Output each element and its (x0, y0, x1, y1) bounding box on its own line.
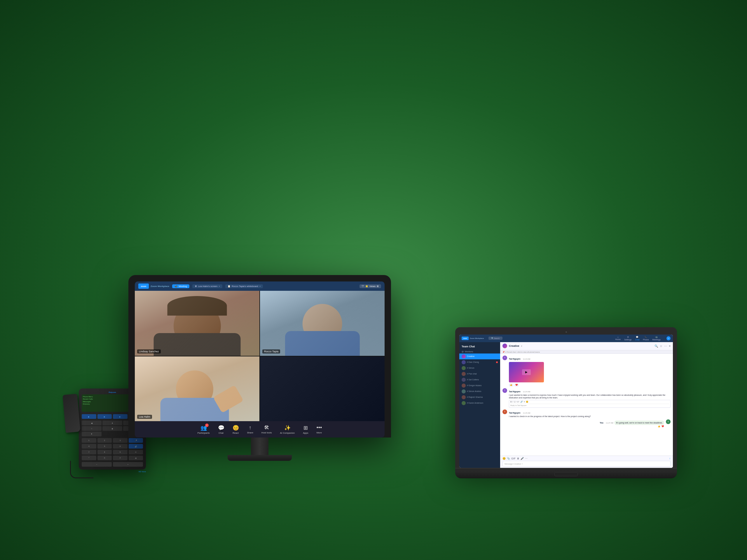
laptop-trackpad[interactable] (555, 472, 578, 476)
zw-input-attach[interactable]: 📎 (507, 457, 510, 460)
zw-nav-phone[interactable]: 📞 Phone (643, 336, 649, 341)
zw-input-box[interactable]: Message Creative + (503, 461, 671, 466)
zw-channel-creative[interactable]: Creative (459, 353, 500, 359)
zw-send-btn[interactable]: ↑ (669, 457, 671, 460)
zw-reply-placeholder: Reply to Tad Nguyen (510, 404, 669, 407)
zw-nav-home[interactable]: ⌂ Home (615, 336, 621, 341)
phone-key-5[interactable]: 5 (98, 444, 112, 449)
zw-input-more[interactable]: ⋯ (525, 457, 527, 460)
zw-chat-main: Creative # 🔍 ☆ ⋯ × 📌 1 Pinned chat • (500, 342, 673, 468)
zoom-logo-area: zoom Zoom Workplace (138, 284, 169, 289)
zw-nav-settings[interactable]: ⚙ Settings (624, 336, 632, 341)
phone-btn-2[interactable]: ▶ (98, 414, 112, 419)
zoom-meeting-tab-label: Meeting (179, 285, 187, 288)
zw-msg-text-3: It's going well, we're on track to meet … (615, 421, 664, 425)
zw-reply-italic[interactable]: I (513, 401, 513, 403)
zw-msg-sender-2: Tad Nguyen (509, 412, 520, 414)
zw-reaction-2[interactable]: ❤️ (514, 383, 519, 386)
phone-key-6[interactable]: 6 (113, 444, 128, 449)
phone-btn-3[interactable]: ▶ (113, 414, 128, 419)
phone-nav-up[interactable]: ▲ (102, 421, 122, 425)
phone-key-9[interactable]: 9 (113, 450, 128, 454)
phone-nav-ok[interactable]: ● (102, 426, 122, 431)
phone-vol-up[interactable]: + (113, 462, 143, 466)
zw-channel-karen[interactable]: # Karen Anderson (459, 400, 500, 406)
phone-nav-left[interactable]: ◀ (82, 421, 102, 425)
phone-key-2[interactable]: 2 (98, 438, 112, 443)
zw-reply-underline[interactable]: U (514, 401, 516, 403)
zw-reply-link[interactable]: 🔗 (520, 401, 523, 403)
zw-reply-area: B I U </> 🔗 ≡ 😊 Reply to (509, 400, 671, 408)
phone-key-7[interactable]: 7 (82, 450, 96, 454)
toolbar-react-btn[interactable]: 😊 React (233, 425, 239, 434)
zw-msg-time-2: 11:25 AM (523, 412, 530, 414)
zw-channel-gregor[interactable]: # Gregor Asians (459, 383, 500, 389)
phone-key-4[interactable]: 4 (82, 444, 96, 449)
phone-nav-down[interactable]: ▼ (82, 432, 102, 436)
phone-btn-1[interactable]: ▶ (82, 414, 96, 419)
toolbar-ai-companion-btn[interactable]: ✨ AI Companion (280, 425, 295, 434)
zw-simon-andres-avatar (462, 390, 466, 394)
zw-reply-bold[interactable]: B (510, 401, 512, 403)
zw-star-action[interactable]: ☆ (660, 344, 662, 348)
zw-reply-list[interactable]: ≡ (524, 401, 525, 403)
zw-ellipsis-action[interactable]: ⋯ (664, 344, 667, 348)
zw-input-emoji[interactable]: 😊 (503, 457, 506, 460)
toolbar-apps-btn[interactable]: ⊞ Apps (303, 425, 308, 434)
phone-key-1[interactable]: 1 (82, 438, 96, 443)
zoom-views-btn[interactable]: 🛡 ⭐ Views ⊞ (360, 284, 381, 288)
phone-key-hash[interactable]: # (113, 456, 128, 460)
zw-channel-sal[interactable]: # Sal Collens (459, 377, 500, 383)
toolbar-chat-btn[interactable]: 💬 Chat (218, 425, 224, 434)
zw-channel-mentions[interactable]: @ Mentions (459, 350, 500, 353)
zw-rajesh-label: # Rajesh Sharma (467, 396, 483, 398)
toolbar-share-btn[interactable]: ↑ Share (247, 425, 253, 434)
zw-input-screen[interactable]: 🖥 (517, 457, 519, 460)
zoom-whiteboard-icon: 📋 (228, 285, 231, 288)
zoom-screen-tab-close[interactable]: × (218, 285, 220, 288)
zw-reaction-heart[interactable]: ❤️ (662, 425, 664, 428)
toolbar-participants-btn[interactable]: 👥 Participants (198, 425, 210, 434)
zw-channel-simon[interactable]: # Simon (459, 365, 500, 371)
zw-channel-pan[interactable]: # Pan chat (459, 371, 500, 377)
zw-channel-rajesh[interactable]: # Rajesh Sharma (459, 394, 500, 400)
zw-input-gif[interactable]: GIF (511, 457, 516, 460)
toolbar-more-btn[interactable]: ••• More (316, 425, 322, 434)
zw-reply-code[interactable]: </> (516, 401, 519, 403)
zw-nav-chat[interactable]: 💬 Chat (635, 336, 640, 341)
zw-chat-header-avatar (503, 344, 507, 348)
zw-search-action[interactable]: 🔍 (654, 344, 658, 348)
zw-msg-content-2: Tad Nguyen 11:25 AM I wanted to check in… (509, 409, 671, 418)
zw-nav-meetings[interactable]: 📹 Meetings (652, 336, 661, 341)
participants-icon: 👥 (201, 425, 207, 431)
zw-search[interactable]: 🔍 Search (488, 337, 503, 340)
zw-close-action[interactable]: × (669, 344, 671, 348)
zw-mentions-label: Mentions (465, 351, 473, 353)
zw-msg-content-3: You 11:27 AM It's going well, we're on t… (503, 420, 664, 428)
phone-key-0[interactable]: 0 (98, 456, 112, 460)
zw-message-2: Y You 11:27 AM It's going well, we're on… (503, 420, 671, 428)
zw-sal-avatar (462, 378, 466, 382)
zoom-whiteboard-tab[interactable]: 📋 Rocco Tapia's whiteboard × (225, 284, 263, 288)
zw-channel-dan[interactable]: # Dan Cheng (459, 359, 500, 365)
zoom-screen-tab[interactable]: 🖥 Lea Hahn's screen × (192, 284, 222, 288)
zw-channel-simon-andres[interactable]: # Simon Andres (459, 389, 500, 394)
phone-key-8[interactable]: 8 (98, 450, 112, 454)
phone-key-star[interactable]: * (82, 456, 96, 460)
zw-gregor-label: # Gregor Asians (467, 384, 482, 386)
toolbar-host-tools-btn[interactable]: 🛠 Host tools (261, 425, 272, 434)
participants-label: Participants (198, 432, 210, 434)
zw-reaction-thumbs[interactable]: 👍 (658, 425, 660, 428)
phone-nav-home[interactable]: ⌂ (82, 426, 102, 431)
zw-reply-emoji[interactable]: 😊 (526, 401, 529, 403)
zw-reaction-1[interactable]: 👍 (509, 383, 513, 386)
zoom-meeting-tab[interactable]: 📹 Meeting (172, 284, 189, 288)
zoom-whiteboard-tab-close[interactable]: × (259, 285, 261, 288)
zw-msg-sender-3: You (600, 422, 603, 424)
zw-creative-avatar (462, 354, 466, 358)
host-tools-icon: 🛠 (264, 425, 269, 431)
phone-key-3[interactable]: 3 (113, 438, 128, 443)
zoom-meeting-tab-icon: 📹 (175, 285, 177, 288)
zw-input-audio[interactable]: 🎤 (520, 457, 524, 460)
laptop-base (455, 470, 677, 478)
